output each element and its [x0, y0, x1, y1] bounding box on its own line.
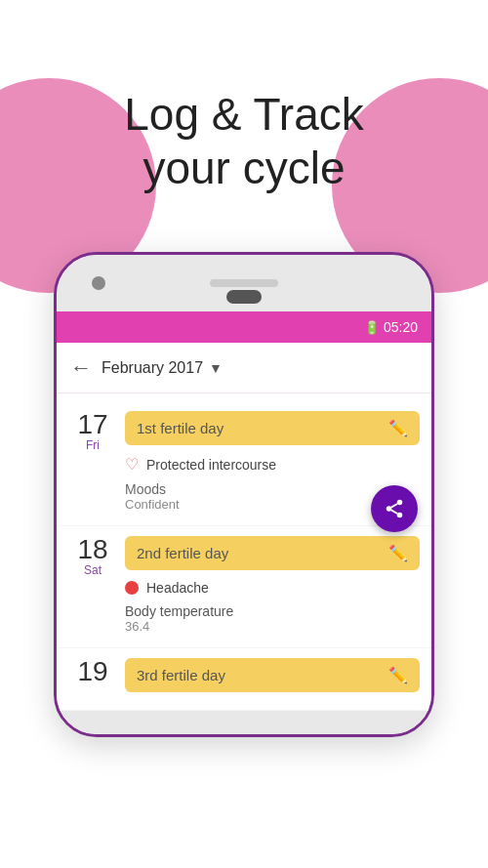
- temp-title: Body temperature: [125, 603, 420, 619]
- headache-label: Headache: [146, 580, 209, 596]
- month-label: February 2017: [102, 359, 203, 377]
- day-content-18: 2nd fertile day ✏️ Headache Body tempera…: [125, 536, 420, 638]
- fertile-badge-18[interactable]: 2nd fertile day ✏️: [125, 536, 420, 570]
- hero-line1: Log & Track: [124, 89, 363, 140]
- intercourse-label: Protected intercourse: [146, 457, 276, 473]
- log-item-headache: Headache: [125, 578, 420, 598]
- day-label-19: 19: [68, 658, 117, 700]
- phone-mockup: 🔋 05:20 ← February 2017 ▼: [54, 252, 434, 737]
- svg-line-3: [391, 510, 397, 514]
- month-dropdown-icon[interactable]: ▼: [209, 360, 223, 376]
- heart-icon: ♡: [125, 455, 139, 474]
- day-number-19: 19: [68, 658, 117, 685]
- share-icon: [384, 498, 405, 519]
- fertile-badge-19[interactable]: 3rd fertile day ✏️: [125, 658, 420, 692]
- back-button[interactable]: ←: [70, 355, 92, 381]
- svg-point-2: [397, 513, 403, 518]
- status-time: 05:20: [384, 319, 418, 335]
- day-label-18: 18 Sat: [68, 536, 117, 638]
- log-item-intercourse: ♡ Protected intercourse: [125, 453, 420, 475]
- red-dot-icon: [125, 581, 139, 595]
- edit-icon-18[interactable]: ✏️: [388, 544, 408, 562]
- fertile-label-17: 1st fertile day: [137, 420, 224, 436]
- share-fab-button[interactable]: [371, 485, 418, 532]
- day-number-18: 18: [68, 536, 117, 563]
- day-content-19: 3rd fertile day ✏️: [125, 658, 420, 700]
- edit-icon-19[interactable]: ✏️: [388, 666, 408, 684]
- phone-speaker: [210, 279, 278, 287]
- day-name-17: Fri: [68, 438, 117, 452]
- svg-line-4: [391, 504, 397, 508]
- phone-body: 🔋 05:20 ← February 2017 ▼: [54, 252, 434, 737]
- fertile-label-18: 2nd fertile day: [137, 545, 228, 561]
- day-label-17: 17 Fri: [68, 411, 117, 516]
- hero-title: Log & Track your cycle: [0, 88, 488, 195]
- status-bar: 🔋 05:20: [57, 311, 431, 343]
- edit-icon-17[interactable]: ✏️: [388, 419, 408, 437]
- phone-sensor: [226, 290, 262, 304]
- svg-point-1: [386, 506, 392, 512]
- day-entry-19: 19 3rd fertile day ✏️: [57, 648, 431, 711]
- phone-hardware-top: [57, 255, 431, 311]
- battery-icon: 🔋: [364, 320, 380, 335]
- phone-camera: [92, 276, 105, 290]
- fertile-badge-17[interactable]: 1st fertile day ✏️: [125, 411, 420, 445]
- day-name-18: Sat: [68, 563, 117, 577]
- fertile-label-19: 3rd fertile day: [137, 667, 225, 683]
- app-header: ← February 2017 ▼: [57, 343, 431, 393]
- hero-section: Log & Track your cycle: [0, 88, 488, 195]
- day-number-17: 17: [68, 411, 117, 438]
- month-selector[interactable]: February 2017 ▼: [102, 359, 223, 377]
- temp-value: 36.4: [125, 619, 420, 634]
- svg-point-0: [397, 500, 403, 505]
- phone-hardware-bottom: [57, 711, 431, 734]
- hero-line2: your cycle: [142, 143, 345, 193]
- temp-block-18: Body temperature 36.4: [125, 601, 420, 638]
- day-entry-18: 18 Sat 2nd fertile day ✏️ Headache Body …: [57, 526, 431, 648]
- app-content: 17 Fri 1st fertile day ✏️ ♡ Protected in…: [57, 393, 431, 711]
